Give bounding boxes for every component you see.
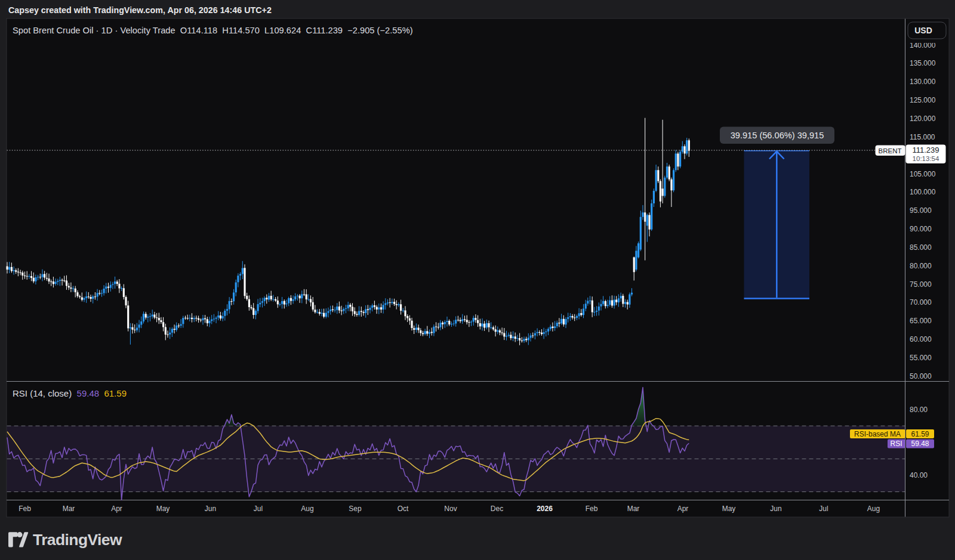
svg-text:Feb: Feb [19,505,31,513]
svg-text:115.000: 115.000 [910,133,935,141]
svg-text:Capsey created with TradingVie: Capsey created with TradingView.com, Apr… [8,5,272,15]
svg-text:Jul: Jul [254,505,263,513]
svg-text:40.00: 40.00 [910,471,928,479]
svg-text:135.000: 135.000 [910,59,936,67]
svg-text:Feb: Feb [586,505,598,513]
svg-text:111.239: 111.239 [912,146,939,154]
svg-text:100.000: 100.000 [910,188,936,196]
svg-text:May: May [722,505,736,513]
svg-text:2026: 2026 [537,505,553,513]
svg-text:Apr: Apr [677,505,689,513]
svg-text:130.000: 130.000 [910,78,936,86]
svg-text:105.000: 105.000 [910,170,936,178]
svg-text:61.59: 61.59 [911,430,929,438]
svg-text:Mar: Mar [63,505,75,513]
svg-text:65.000: 65.000 [910,317,932,325]
svg-text:Jun: Jun [205,505,216,513]
svg-text:RSI-based MA: RSI-based MA [854,430,901,438]
svg-text:50.000: 50.000 [910,372,932,380]
svg-text:Sep: Sep [349,505,362,513]
svg-text:Jun: Jun [770,505,781,513]
svg-text:BRENT: BRENT [879,147,902,154]
svg-text:RSI (14, close) 59.48 61.59: RSI (14, close) 59.48 61.59 [13,388,127,398]
svg-text:Aug: Aug [301,505,313,513]
svg-text:90.000: 90.000 [910,225,932,233]
svg-text:120.000: 120.000 [910,115,936,123]
svg-text:Dec: Dec [491,505,503,513]
svg-text:Nov: Nov [444,505,457,513]
svg-text:75.000: 75.000 [910,280,932,289]
svg-text:59.48: 59.48 [911,440,929,448]
svg-text:39.915 (56.06%) 39,915: 39.915 (56.06%) 39,915 [731,131,824,140]
svg-text:55.000: 55.000 [910,354,932,362]
svg-text:60.000: 60.000 [910,335,932,344]
svg-text:RSI: RSI [890,440,902,448]
svg-text:May: May [156,505,170,513]
svg-text:85.000: 85.000 [910,243,932,252]
svg-text:Apr: Apr [111,505,122,513]
svg-text:10:13:54: 10:13:54 [913,155,939,162]
svg-text:TradingView: TradingView [33,531,122,549]
svg-text:Mar: Mar [627,505,640,513]
svg-text:USD: USD [914,26,932,35]
svg-text:Jul: Jul [819,505,828,513]
svg-text:125.000: 125.000 [910,96,936,104]
svg-text:80.00: 80.00 [910,406,928,414]
svg-text:80.000: 80.000 [910,262,932,270]
svg-text:70.000: 70.000 [910,298,932,307]
svg-text:Oct: Oct [398,505,409,513]
svg-text:Spot Brent Crude Oil · 1D · Ve: Spot Brent Crude Oil · 1D · Velocity Tra… [13,26,413,35]
svg-text:95.000: 95.000 [910,206,932,215]
svg-text:Aug: Aug [867,505,880,513]
